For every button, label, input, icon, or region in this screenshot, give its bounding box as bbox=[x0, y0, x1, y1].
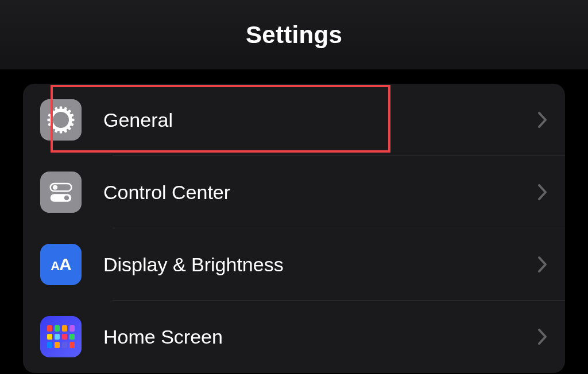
chevron-right-icon bbox=[537, 256, 548, 273]
row-label-control-center: Control Center bbox=[103, 181, 537, 204]
toggles-icon-svg bbox=[47, 178, 75, 207]
svg-rect-1 bbox=[60, 106, 62, 111]
row-label-general: General bbox=[103, 109, 537, 131]
home-screen-icon bbox=[40, 316, 82, 357]
svg-rect-2 bbox=[60, 129, 62, 134]
settings-content: General Control Center AA bbox=[0, 70, 588, 373]
row-label-display-brightness: Display & Brightness bbox=[103, 254, 537, 276]
toggles-icon bbox=[40, 172, 82, 213]
svg-rect-4 bbox=[70, 119, 75, 121]
gear-icon bbox=[40, 99, 82, 141]
settings-header: Settings bbox=[0, 0, 588, 70]
gear-icon-svg bbox=[45, 104, 77, 136]
settings-group: General Control Center AA bbox=[23, 84, 565, 373]
svg-point-22 bbox=[53, 185, 57, 190]
settings-row-home-screen[interactable]: Home Screen bbox=[23, 301, 565, 373]
settings-row-display-brightness[interactable]: AA Display & Brightness bbox=[23, 228, 565, 301]
row-label-home-screen: Home Screen bbox=[103, 326, 537, 348]
svg-rect-3 bbox=[47, 119, 52, 121]
chevron-right-icon bbox=[537, 111, 548, 128]
settings-row-general[interactable]: General bbox=[23, 84, 565, 156]
settings-row-control-center[interactable]: Control Center bbox=[23, 156, 565, 228]
text-size-icon-glyph: AA bbox=[51, 255, 71, 274]
svg-point-24 bbox=[64, 196, 69, 200]
page-title: Settings bbox=[246, 21, 342, 49]
chevron-right-icon bbox=[537, 184, 548, 201]
chevron-right-icon bbox=[537, 328, 548, 345]
text-size-icon: AA bbox=[40, 244, 82, 285]
home-screen-icon-grid bbox=[47, 325, 75, 348]
svg-point-20 bbox=[59, 118, 63, 122]
